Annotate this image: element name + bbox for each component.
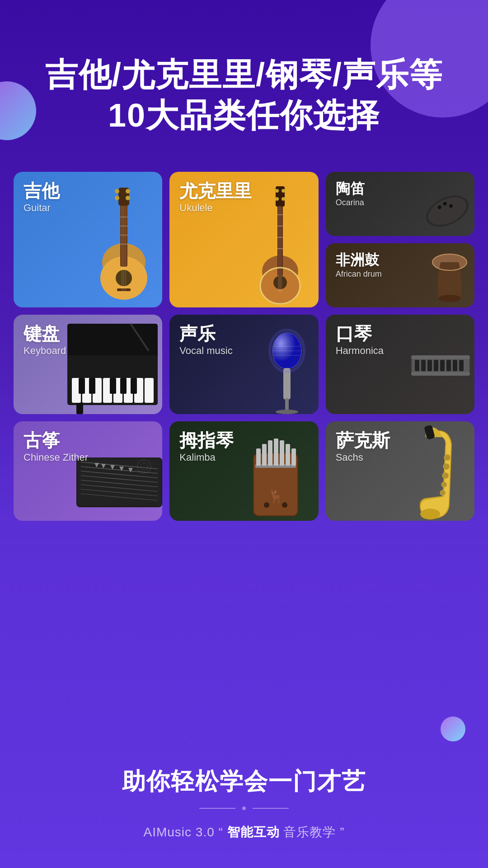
card-african[interactable]: 非洲鼓 African drum [326, 243, 474, 307]
svg-point-25 [282, 189, 285, 193]
svg-rect-107 [262, 444, 267, 466]
card-african-en: African drum [336, 269, 382, 279]
svg-rect-82 [411, 372, 470, 376]
card-vocal[interactable]: 声乐 Vocal music [169, 315, 318, 414]
svg-rect-77 [440, 360, 445, 371]
card-african-label: 非洲鼓 African drum [336, 252, 382, 279]
card-sachs-label: 萨克斯 Sachs [336, 430, 390, 463]
svg-rect-78 [446, 360, 451, 371]
svg-rect-119 [424, 425, 435, 440]
card-harmonica[interactable]: 口琴 Harmonica [326, 315, 474, 414]
svg-point-116 [442, 472, 449, 479]
card-kalimba-label: 拇指琴 Kalimba [179, 430, 234, 463]
card-zither-cn: 古筝 [23, 430, 88, 450]
svg-rect-56 [110, 378, 116, 394]
svg-point-113 [420, 509, 440, 519]
card-ocarina-label: 陶笛 Ocarina [336, 181, 365, 208]
card-ukulele[interactable]: 尤克里里 Ukulele [169, 172, 318, 307]
card-zither-label: 古筝 Chinese Zither [23, 430, 88, 463]
deco-circle-bottom-right [441, 717, 465, 741]
svg-point-7 [115, 196, 119, 200]
svg-rect-81 [411, 355, 470, 359]
instrument-grid-section: 吉他 Guitar [0, 163, 488, 521]
card-ukulele-en: Ukulele [179, 202, 252, 214]
svg-point-5 [115, 189, 119, 193]
svg-point-42 [438, 295, 461, 302]
svg-rect-110 [280, 440, 284, 466]
card-sachs[interactable]: 萨克斯 Sachs [326, 421, 474, 521]
card-ocarina[interactable]: 陶笛 Ocarina [326, 172, 474, 236]
svg-point-114 [444, 454, 450, 461]
svg-rect-74 [421, 360, 426, 371]
card-kalimba-en: Kalimba [179, 452, 234, 463]
svg-rect-57 [120, 378, 127, 394]
svg-point-115 [443, 463, 450, 470]
card-ukulele-cn: 尤克里里 [179, 181, 252, 201]
svg-rect-73 [415, 360, 419, 371]
bottom-divider [0, 807, 488, 810]
brand-prefix: AIMusic 3.0 [143, 825, 218, 839]
svg-rect-76 [434, 360, 438, 371]
svg-point-69 [276, 410, 298, 414]
card-harmonica-cn: 口琴 [336, 324, 384, 344]
svg-point-26 [275, 197, 279, 201]
card-sachs-en: Sachs [336, 452, 390, 463]
svg-rect-53 [145, 378, 154, 403]
card-zither-en: Chinese Zither [23, 452, 88, 463]
svg-point-6 [126, 189, 130, 193]
divider-dot [242, 807, 246, 810]
svg-rect-75 [427, 360, 432, 371]
card-harmonica-label: 口琴 Harmonica [336, 324, 384, 357]
brand-highlight: 智能互动 [227, 825, 280, 839]
svg-rect-59 [76, 403, 83, 414]
header-title-line2: 10大品类任你选择 [27, 95, 461, 136]
card-guitar-en: Guitar [23, 202, 60, 214]
card-keyboard-cn: 键盘 [23, 324, 66, 344]
bottom-section: 助你轻松学会一门才艺 AIMusic 3.0 “ 智能互动 音乐教学 ” [0, 766, 488, 868]
header-title: 吉他/尤克里里/钢琴/声乐等 10大品类任你选择 [27, 54, 461, 136]
svg-point-27 [282, 197, 285, 201]
brand-quote-open: “ [219, 825, 223, 839]
card-kalimba-cn: 拇指琴 [179, 430, 234, 450]
card-vocal-label: 声乐 Vocal music [179, 324, 232, 357]
svg-rect-55 [89, 378, 95, 394]
svg-rect-112 [291, 448, 296, 466]
svg-rect-111 [286, 444, 290, 466]
svg-rect-44 [67, 324, 158, 360]
svg-text:🦌: 🦌 [267, 489, 283, 504]
card-ukulele-label: 尤克里里 Ukulele [179, 181, 252, 214]
card-harmonica-en: Harmonica [336, 345, 384, 357]
svg-rect-106 [256, 448, 261, 466]
card-kalimba[interactable]: 拇指琴 Kalimba 🦌 [169, 421, 318, 521]
header: 吉他/尤克里里/钢琴/声乐等 10大品类任你选择 [0, 0, 488, 163]
card-keyboard-label: 键盘 Keyboard [23, 324, 66, 357]
bottom-brand: AIMusic 3.0 “ 智能互动 音乐教学 ” [0, 824, 488, 841]
card-ocarina-en: Ocarina [336, 198, 365, 208]
bottom-tagline: 助你轻松学会一门才艺 [0, 766, 488, 797]
card-african-cn: 非洲鼓 [336, 252, 382, 268]
brand-quote-close: ” [340, 825, 344, 839]
divider-line-right [253, 808, 289, 809]
card-vocal-en: Vocal music [179, 345, 232, 357]
card-guitar-label: 吉他 Guitar [23, 181, 60, 214]
svg-rect-54 [79, 378, 85, 394]
svg-point-117 [441, 482, 447, 487]
card-guitar[interactable]: 吉他 Guitar [14, 172, 162, 307]
svg-point-24 [275, 189, 279, 193]
svg-rect-58 [131, 378, 137, 394]
card-keyboard-en: Keyboard [23, 345, 66, 357]
brand-suffix: 音乐教学 [283, 825, 336, 839]
card-zither[interactable]: 古筝 Chinese Zither [14, 421, 162, 521]
card-sachs-cn: 萨克斯 [336, 430, 390, 450]
card-vocal-cn: 声乐 [179, 324, 232, 344]
svg-rect-109 [274, 439, 278, 466]
svg-rect-108 [268, 440, 272, 466]
svg-rect-79 [453, 360, 457, 371]
svg-rect-80 [459, 360, 464, 371]
divider-line-left [199, 808, 235, 809]
svg-point-8 [126, 196, 130, 200]
card-ocarina-cn: 陶笛 [336, 181, 365, 197]
card-guitar-cn: 吉他 [23, 181, 60, 201]
header-title-line1: 吉他/尤克里里/钢琴/声乐等 [27, 54, 461, 95]
card-keyboard[interactable]: 键盘 Keyboard [14, 315, 162, 414]
